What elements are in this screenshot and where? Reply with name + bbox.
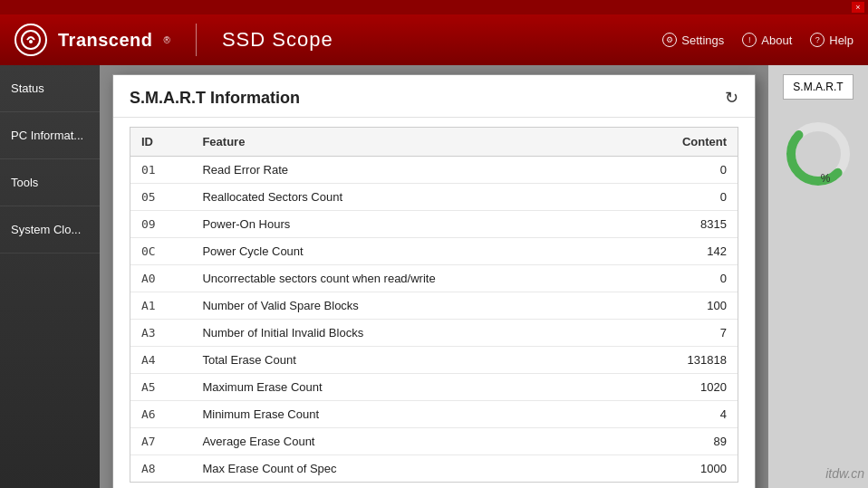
cell-content: 1020 bbox=[625, 374, 738, 401]
smart-table-container[interactable]: ID Feature Content 01 Read Error Rate 0 … bbox=[130, 127, 738, 483]
cell-feature: Power Cycle Count bbox=[191, 238, 624, 265]
cell-id: 09 bbox=[130, 211, 191, 238]
help-icon: ? bbox=[810, 33, 825, 47]
table-row: A5 Maximum Erase Count 1020 bbox=[130, 374, 738, 401]
sidebar-system-clock-label: System Clo... bbox=[11, 223, 81, 236]
modal-header: S.M.A.R.T Information ↻ bbox=[113, 75, 755, 118]
brand-name: Transcend bbox=[58, 30, 153, 51]
cell-id: A3 bbox=[130, 320, 191, 347]
settings-nav-item[interactable]: ⚙ Settings bbox=[662, 33, 724, 47]
health-percent-label: % bbox=[821, 172, 831, 185]
cell-id: A7 bbox=[130, 428, 191, 455]
cell-feature: Total Erase Count bbox=[191, 347, 624, 374]
cell-content: 4 bbox=[625, 401, 738, 428]
cell-content: 89 bbox=[625, 428, 738, 455]
settings-icon: ⚙ bbox=[662, 33, 677, 47]
cell-content: 7 bbox=[625, 320, 738, 347]
content-area: S.M.A.R.T Information ↻ ID Feature Conte… bbox=[100, 65, 768, 488]
cell-feature: Average Erase Count bbox=[191, 428, 624, 455]
table-row: A4 Total Erase Count 131818 bbox=[130, 347, 738, 374]
titlebar: × bbox=[0, 0, 868, 14]
cell-content: 100 bbox=[625, 292, 738, 320]
about-nav-item[interactable]: ! About bbox=[742, 33, 792, 47]
cell-content: 0 bbox=[625, 184, 738, 211]
health-gauge bbox=[782, 118, 854, 190]
cell-id: 0C bbox=[130, 238, 191, 265]
table-header-row: ID Feature Content bbox=[130, 128, 738, 157]
cell-id: A1 bbox=[130, 292, 191, 320]
modal-overlay: S.M.A.R.T Information ↻ ID Feature Conte… bbox=[100, 65, 768, 488]
main-layout: Status PC Informat... Tools System Clo..… bbox=[0, 65, 868, 488]
cell-feature: Uncorrectable sectors count when read/wr… bbox=[191, 265, 624, 292]
table-row: A7 Average Erase Count 89 bbox=[130, 428, 738, 455]
logo-icon bbox=[14, 24, 47, 56]
cell-feature: Maximum Erase Count bbox=[191, 374, 624, 401]
sidebar-item-tools[interactable]: Tools bbox=[0, 159, 100, 206]
watermark: itdw.cn bbox=[825, 466, 864, 481]
cell-feature: Read Error Rate bbox=[191, 157, 624, 184]
table-row: 09 Power-On Hours 8315 bbox=[130, 211, 738, 238]
logo-area: Transcend ® SSD Scope bbox=[14, 24, 333, 56]
cell-id: A0 bbox=[130, 265, 191, 292]
sidebar-tools-label: Tools bbox=[11, 176, 38, 189]
header-nav: ⚙ Settings ! About ? Help bbox=[662, 33, 854, 47]
col-feature: Feature bbox=[191, 128, 624, 157]
cell-id: 05 bbox=[130, 184, 191, 211]
help-label: Help bbox=[829, 33, 854, 47]
sidebar-item-system-clock[interactable]: System Clo... bbox=[0, 206, 100, 254]
sidebar: Status PC Informat... Tools System Clo..… bbox=[0, 65, 100, 488]
table-row: A8 Max Erase Count of Spec 1000 bbox=[130, 455, 738, 483]
cell-content: 0 bbox=[625, 157, 738, 184]
settings-label: Settings bbox=[681, 33, 724, 47]
sidebar-status-label: Status bbox=[11, 81, 44, 95]
table-row: A6 Minimum Erase Count 4 bbox=[130, 401, 738, 428]
table-row: 05 Reallocated Sectors Count 0 bbox=[130, 184, 738, 211]
cell-feature: Max Erase Count of Spec bbox=[191, 455, 624, 483]
table-row: A3 Number of Initial Invalid Blocks 7 bbox=[130, 320, 738, 347]
cell-feature: Minimum Erase Count bbox=[191, 401, 624, 428]
smart-info-modal: S.M.A.R.T Information ↻ ID Feature Conte… bbox=[112, 74, 756, 488]
cell-feature: Reallocated Sectors Count bbox=[191, 184, 624, 211]
window-close-button[interactable]: × bbox=[852, 2, 864, 13]
svg-point-1 bbox=[29, 40, 33, 43]
table-row: A1 Number of Valid Spare Blocks 100 bbox=[130, 292, 738, 320]
sidebar-item-pc-information[interactable]: PC Informat... bbox=[0, 112, 100, 159]
sidebar-item-status[interactable]: Status bbox=[0, 65, 100, 112]
registered-mark: ® bbox=[164, 35, 170, 45]
cell-feature: Number of Initial Invalid Blocks bbox=[191, 320, 624, 347]
help-nav-item[interactable]: ? Help bbox=[810, 33, 854, 47]
sidebar-pc-label: PC Informat... bbox=[11, 129, 83, 142]
about-icon: ! bbox=[742, 33, 757, 47]
smart-table: ID Feature Content 01 Read Error Rate 0 … bbox=[130, 128, 738, 482]
right-panel: S.M.A.R.T % itdw.cn bbox=[768, 65, 868, 488]
header-divider bbox=[196, 24, 197, 56]
cell-id: A4 bbox=[130, 347, 191, 374]
gauge-area: % bbox=[782, 118, 854, 185]
table-row: 01 Read Error Rate 0 bbox=[130, 157, 738, 184]
col-content: Content bbox=[625, 128, 738, 157]
cell-content: 131818 bbox=[625, 347, 738, 374]
app-header: Transcend ® SSD Scope ⚙ Settings ! About… bbox=[0, 14, 868, 65]
cell-feature: Power-On Hours bbox=[191, 211, 624, 238]
refresh-button[interactable]: ↻ bbox=[725, 88, 738, 108]
table-row: 0C Power Cycle Count 142 bbox=[130, 238, 738, 265]
app-title: SSD Scope bbox=[222, 28, 333, 52]
table-row: A0 Uncorrectable sectors count when read… bbox=[130, 265, 738, 292]
cell-id: A6 bbox=[130, 401, 191, 428]
cell-content: 142 bbox=[625, 238, 738, 265]
smart-panel-button[interactable]: S.M.A.R.T bbox=[783, 74, 853, 100]
about-label: About bbox=[761, 33, 792, 47]
cell-content: 8315 bbox=[625, 211, 738, 238]
modal-title: S.M.A.R.T Information bbox=[130, 89, 300, 108]
cell-feature: Number of Valid Spare Blocks bbox=[191, 292, 624, 320]
cell-id: A8 bbox=[130, 455, 191, 483]
col-id: ID bbox=[130, 128, 191, 157]
cell-content: 1000 bbox=[625, 455, 738, 483]
cell-content: 0 bbox=[625, 265, 738, 292]
cell-id: A5 bbox=[130, 374, 191, 401]
cell-id: 01 bbox=[130, 157, 191, 184]
